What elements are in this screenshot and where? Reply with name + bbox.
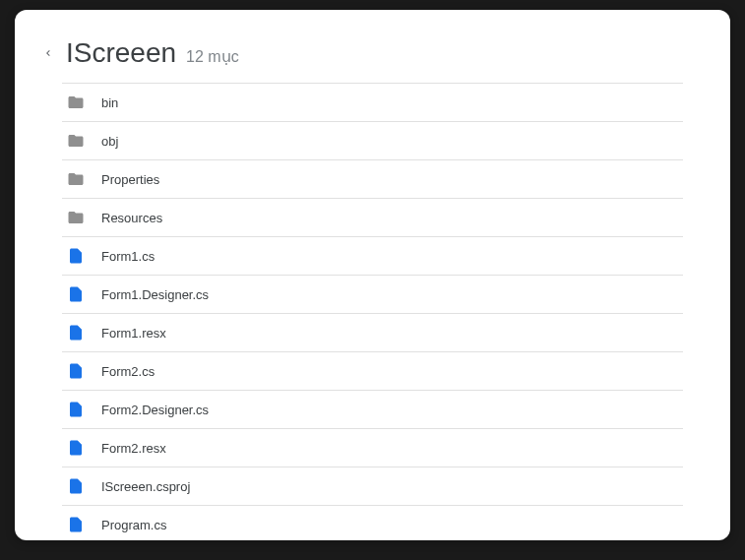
file-name: Properties [101,172,159,187]
file-icon [66,246,86,266]
file-name: Program.cs [101,518,166,532]
folder-title: IScreeen [66,37,176,69]
file-icon [66,361,86,381]
list-item[interactable]: IScreeen.csproj [62,467,683,506]
file-name: Form1.resx [101,326,166,341]
file-icon [66,284,86,304]
list-item[interactable]: Form1.resx [62,314,683,352]
item-count: 12 mục [186,47,239,66]
file-list: binobjPropertiesResourcesForm1.csForm1.D… [62,83,683,540]
file-name: obj [101,134,118,149]
file-name: Form2.cs [101,364,155,379]
folder-icon [66,208,86,227]
list-item[interactable]: Form2.resx [62,429,683,467]
list-item[interactable]: Resources [62,199,683,237]
list-item[interactable]: Form1.Designer.cs [62,276,683,314]
file-icon [66,515,86,534]
list-item[interactable]: obj [62,122,683,160]
file-icon [66,400,86,419]
file-browser-panel: IScreeen 12 mục binobjPropertiesResource… [15,10,730,540]
file-name: Resources [101,211,162,225]
file-icon [66,476,86,496]
list-item[interactable]: Form2.Designer.cs [62,391,683,429]
file-name: Form1.Designer.cs [101,287,209,302]
file-name: Form1.cs [101,249,155,264]
back-button[interactable] [38,43,58,63]
list-item[interactable]: Program.cs [62,506,683,540]
file-name: Form2.resx [101,441,166,456]
file-name: bin [101,95,118,110]
header: IScreeen 12 mục [62,37,683,69]
folder-icon [66,93,86,112]
folder-icon [66,131,86,151]
list-item[interactable]: bin [62,84,683,122]
file-name: IScreeen.csproj [101,479,190,494]
file-icon [66,438,86,458]
folder-icon [66,169,86,189]
chevron-left-icon [42,47,54,59]
list-item[interactable]: Properties [62,160,683,199]
file-icon [66,323,86,342]
list-item[interactable]: Form1.cs [62,237,683,276]
file-name: Form2.Designer.cs [101,403,209,417]
list-item[interactable]: Form2.cs [62,352,683,391]
